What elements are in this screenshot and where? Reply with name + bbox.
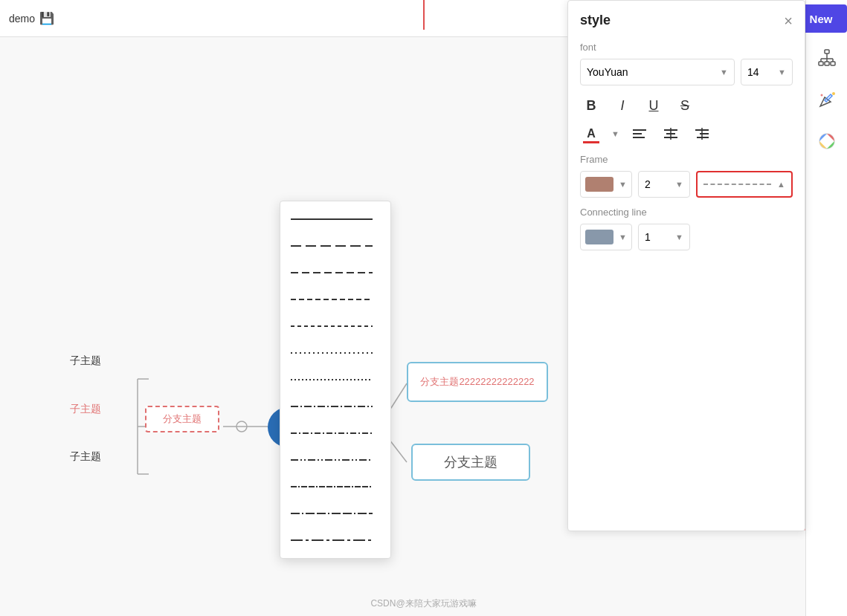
title-text: demo (9, 13, 35, 25)
align-right-button[interactable] (691, 123, 713, 145)
line-option-dashdot5[interactable] (280, 500, 390, 527)
font-family-select[interactable]: YouYuan ▼ (580, 59, 735, 85)
right-panel (805, 0, 847, 616)
svg-rect-9 (819, 62, 823, 65)
italic-button[interactable]: I (611, 94, 634, 117)
branch-long-text: 分支主题22222222222222 (420, 375, 534, 389)
frame-width-select[interactable]: 2 ▼ (638, 171, 690, 198)
font-color-underline (583, 141, 599, 143)
line-option-dashdot2[interactable] (280, 420, 390, 447)
conn-color-swatch (585, 230, 613, 244)
frame-section-label: Frame (580, 154, 793, 165)
branch-long-node[interactable]: 分支主题22222222222222 (407, 362, 548, 402)
svg-rect-10 (825, 62, 829, 65)
frame-width-value: 2 (645, 178, 651, 190)
panel-header: style × (580, 13, 793, 28)
connecting-line-row: ▼ 1 ▼ (580, 224, 793, 250)
line-option-dotted-sm[interactable] (280, 340, 390, 366)
branch-normal-node[interactable]: 分支主题 (411, 444, 530, 481)
line-option-dashed-sm[interactable] (280, 286, 390, 313)
align-center-button[interactable] (660, 123, 682, 145)
panel-title: style (580, 13, 611, 28)
font-color-label: A (587, 127, 596, 140)
line-option-dashed-lg[interactable] (280, 233, 390, 259)
line-preview-dashed-sm (291, 298, 373, 301)
cursor-line (423, 0, 425, 30)
svg-point-17 (832, 92, 835, 95)
frame-width-chevron: ▼ (675, 180, 683, 189)
line-style-select[interactable]: ▲ (696, 171, 793, 198)
font-size-chevron: ▼ (778, 68, 786, 77)
color-dropdown-chevron[interactable]: ▼ (611, 129, 619, 138)
font-size-value: 14 (747, 66, 759, 78)
line-option-dotted-xs[interactable] (280, 366, 390, 393)
font-size-select[interactable]: 14 ▼ (741, 59, 793, 85)
line-option-dashdot1[interactable] (280, 393, 390, 420)
org-chart-icon[interactable] (814, 45, 840, 71)
save-icon[interactable]: 💾 (39, 11, 54, 25)
magic-pen-icon[interactable] (814, 86, 840, 113)
branch-dashed-node[interactable]: 分支主题 (145, 406, 219, 432)
close-button[interactable]: × (784, 13, 793, 28)
sub-node-2[interactable]: 子主题 (70, 403, 101, 416)
line-preview-dashed-md (291, 271, 373, 274)
line-preview-dashdot3 (291, 458, 373, 461)
line-option-dashed-md[interactable] (280, 259, 390, 286)
line-preview-dashdot5 (291, 512, 373, 515)
line-option-solid[interactable] (280, 206, 390, 233)
svg-rect-11 (831, 62, 835, 65)
watermark: CSDN@来陪大家玩游戏嘛 (370, 597, 476, 610)
line-preview-dashdot6 (291, 539, 373, 542)
line-preview-dashdot1 (291, 405, 373, 408)
line-style-chevron: ▲ (777, 180, 785, 189)
line-option-dashdot4[interactable] (280, 473, 390, 500)
format-row-1: B I U S (580, 94, 793, 117)
header-title: demo 💾 (9, 11, 54, 25)
align-left-button[interactable] (628, 123, 651, 145)
font-color-button[interactable]: A (580, 123, 602, 145)
frame-color-swatch (585, 177, 613, 192)
sub-node-3[interactable]: 子主题 (70, 450, 101, 464)
line-style-preview (703, 184, 771, 185)
font-family-value: YouYuan (587, 66, 628, 78)
conn-color-chevron: ▼ (619, 233, 627, 241)
svg-point-18 (820, 94, 822, 97)
bold-button[interactable]: B (580, 94, 602, 117)
line-style-dropdown[interactable] (280, 201, 391, 559)
style-panel: style × font YouYuan ▼ 14 ▼ B I U S A ▼ (567, 0, 805, 531)
conn-width-value: 1 (645, 231, 651, 243)
line-option-dashdot6[interactable] (280, 527, 390, 554)
conn-width-select[interactable]: 1 ▼ (638, 224, 690, 250)
line-preview-dashed-lg (291, 244, 373, 247)
font-section-label: font (580, 42, 793, 53)
connecting-line-section-label: Connecting line (580, 207, 793, 218)
line-preview-dashdot4 (291, 485, 373, 488)
conn-color-button[interactable]: ▼ (580, 224, 632, 250)
underline-button[interactable]: U (643, 94, 665, 117)
line-preview-dashed-xs (291, 325, 373, 328)
line-preview-dotted-xs (291, 378, 373, 381)
font-family-chevron: ▼ (720, 68, 728, 77)
conn-width-chevron: ▼ (675, 233, 683, 241)
svg-rect-8 (825, 50, 829, 54)
svg-point-5 (236, 421, 247, 432)
sub-node-1[interactable]: 子主题 (70, 354, 101, 368)
format-row-2: A ▼ (580, 123, 793, 145)
line-preview-dashdot2 (291, 432, 373, 435)
frame-color-button[interactable]: ▼ (580, 171, 632, 198)
font-row: YouYuan ▼ 14 ▼ (580, 59, 793, 85)
frame-color-chevron: ▼ (619, 180, 627, 189)
frame-row: ▼ 2 ▼ ▲ (580, 171, 793, 198)
line-option-dashed-xs[interactable] (280, 313, 390, 340)
line-preview-solid (291, 218, 373, 221)
colorful-icon[interactable] (814, 128, 840, 155)
line-preview-dotted-sm (291, 351, 373, 354)
line-option-dashdot3[interactable] (280, 447, 390, 473)
strikethrough-button[interactable]: S (674, 94, 696, 117)
